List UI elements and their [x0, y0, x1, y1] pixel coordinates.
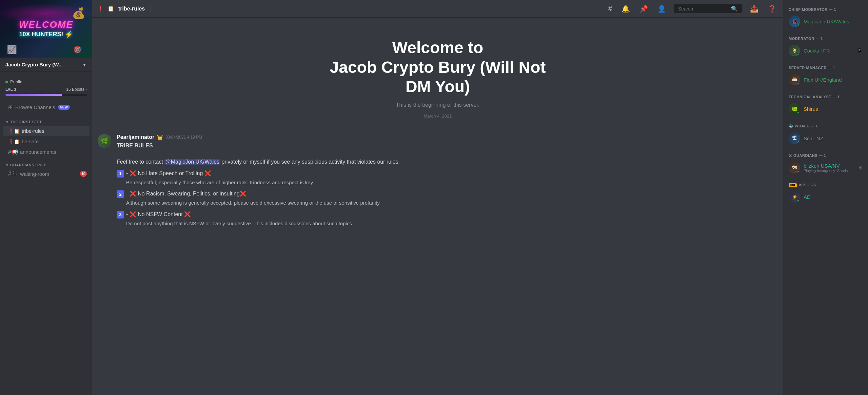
tribe-rules-title: TRIBE RULES [117, 143, 153, 148]
boost-bar: LVL 3 15 Boosts › [0, 84, 92, 100]
member-scul[interactable]: 🏝 ScuL NZ [786, 130, 865, 146]
member-avatar: 🐸 [789, 103, 800, 115]
voice-channel-icon: # 🛡 [8, 171, 18, 177]
online-status-dot [797, 170, 800, 173]
boosts-label[interactable]: 15 Boosts › [66, 87, 87, 92]
member-magicjon[interactable]: 🎩 MagicJon UK/Wales [786, 14, 865, 29]
role-header-server-manager: SERVER MANAGER — 1 [786, 64, 865, 72]
channel-tribe-rules[interactable]: ❗📋 tribe-rules 👤+ [3, 126, 90, 136]
rule-desc-3: Do not post anything that is NSFW or ove… [126, 220, 778, 228]
progress-fill [5, 94, 62, 96]
member-blizken[interactable]: 🗺 blizken USA/NV Playing Insurgency: San… [786, 160, 865, 175]
member-info: AE [804, 194, 863, 200]
main-content: ❗ 📋 tribe-rules # 🔔 📌 👤 Search 🔍 📥 ❓ Wel… [92, 0, 783, 395]
device-icon: 📱 [857, 48, 863, 53]
online-status-dot [797, 199, 800, 203]
notifications-button[interactable]: 🔔 [620, 3, 631, 14]
online-status-dot [797, 141, 800, 144]
member-avatar: 🏝 [789, 132, 800, 144]
mention-magicjon[interactable]: @MagicJon UK/Wales [164, 159, 220, 165]
message-group: 🌿 Pearljaminator 👑 03/04/2021 4:19 PM TR… [98, 129, 778, 232]
member-info: MagicJon UK/Wales [804, 19, 863, 24]
role-section-guardians: ⚔ GUARDIANS — 1 🗺 blizken USA/NV Playing… [786, 151, 865, 175]
member-info: blizken USA/NV Playing Insurgency: Sands… [804, 163, 854, 173]
channel-name: waiting-room [20, 171, 78, 177]
role-header-whale: 🐳 WHALE — 1 [786, 122, 865, 130]
channel-name: be-safe [22, 139, 87, 144]
rule-number-1: 1 [117, 170, 124, 178]
member-shirus[interactable]: 🐸 Shirus [786, 101, 865, 117]
server-banner: WELCOME 10X HUNTERS! ⚡ 💰 📈 🎯 [0, 0, 92, 58]
online-status-dot [797, 111, 800, 115]
members-sidebar: CHIEF MODERATOR — 1 🎩 MagicJon UK/Wales … [783, 0, 868, 395]
rule-text-2: - ❌ No Racism, Swearing, Politics, or In… [126, 190, 246, 198]
rule-text-3: - ❌ No NSFW Content ❌ [126, 210, 191, 219]
channel-icon: ❗ [98, 6, 103, 12]
channel-be-safe[interactable]: ❗📋 be-safe [3, 137, 90, 146]
online-status-dot [797, 53, 800, 56]
member-avatar: 🏔 [789, 74, 800, 85]
member-name: AE [804, 194, 863, 200]
unread-badge: 10 [80, 171, 87, 177]
topbar-channel-name: tribe-rules [118, 6, 145, 12]
topbar-actions: # 🔔 📌 👤 Search 🔍 📥 ❓ [607, 3, 778, 14]
role-section-server-manager: SERVER MANAGER — 1 🏔 Flex UK/England [786, 64, 865, 87]
online-status-dot [797, 24, 800, 27]
category-first-step[interactable]: ▼ THE FIRST STEP [0, 115, 92, 125]
category-name: GUARDIANS ONLY [10, 163, 87, 167]
public-badge-row: Public [0, 75, 92, 84]
rule-number-2: 2 [117, 190, 124, 198]
member-avatar: 🍹 [789, 45, 800, 56]
role-section-mod: MODERATOR — 1 🍹 Cocktail FR 📱 [786, 35, 865, 58]
member-ae[interactable]: ⚡ AE [786, 189, 865, 205]
member-cocktail[interactable]: 🍹 Cocktail FR 📱 [786, 43, 865, 58]
channel-emoji-icon: 📋 [107, 5, 114, 12]
member-name: Cocktail FR [804, 48, 853, 54]
inbox-button[interactable]: 📥 [749, 3, 760, 14]
member-activity: Playing Insurgency: Sands... [804, 169, 854, 173]
rules-channel-icon: ❗📋 [8, 128, 20, 134]
chevron-down-icon: ▼ [82, 62, 87, 67]
channel-name: tribe-rules [22, 128, 75, 134]
message-author: Pearljaminator [117, 134, 154, 140]
search-placeholder: Search [678, 6, 728, 12]
search-box[interactable]: Search 🔍 [674, 4, 742, 13]
pin-button[interactable]: 📌 [638, 3, 649, 14]
search-icon: 🔍 [731, 5, 738, 12]
role-header-vip: VIP VIP — 26 [786, 181, 865, 189]
level-label: LVL 3 [5, 87, 16, 92]
help-button[interactable]: ❓ [767, 3, 778, 14]
channel-name: announcements [20, 149, 75, 155]
intro-title: Welcome to Jacob Crypto Bury (Will Not D… [330, 38, 546, 97]
member-info: Cocktail FR [804, 48, 853, 54]
role-header-technical-analyst: TECHNICAL ANALYST — 1 [786, 93, 865, 101]
members-button[interactable]: 👤 [656, 3, 667, 14]
crown-icon: 👑 [157, 134, 163, 140]
messages-area[interactable]: Welcome to Jacob Crypto Bury (Will Not D… [92, 18, 783, 395]
online-status-dot [797, 82, 800, 85]
public-label: Public [10, 79, 22, 84]
browse-channels-button[interactable]: ⊞ Browse Channels NEW [3, 101, 90, 113]
member-avatar: 🗺 [789, 162, 800, 173]
threads-button[interactable]: # [607, 3, 613, 14]
message-avatar: 🌿 [98, 134, 111, 148]
role-header-chief-mod: CHIEF MODERATOR — 1 [786, 5, 865, 14]
channel-waiting-room[interactable]: # 🛡 waiting-room 10 [3, 169, 90, 179]
banner-dollar-icon: 💰 [72, 7, 85, 20]
new-badge: NEW [58, 105, 70, 110]
category-guardians-only[interactable]: ▼ GUARDIANS ONLY [0, 158, 92, 168]
server-header[interactable]: WELCOME 10X HUNTERS! ⚡ 💰 📈 🎯 Jacob Crypt… [0, 0, 92, 75]
channel-announcements[interactable]: #📢 announcements 👤+ [3, 147, 90, 157]
category-chevron-icon: ▼ [5, 120, 9, 124]
member-avatar: ⚡ [789, 191, 800, 203]
member-avatar: 🎩 [789, 16, 800, 27]
member-name: MagicJon UK/Wales [804, 19, 863, 24]
message-content: Pearljaminator 👑 03/04/2021 4:19 PM TRIB… [117, 134, 778, 230]
rule-desc-1: Be respectful, especially those who are … [126, 179, 778, 187]
category-name: THE FIRST STEP [10, 120, 87, 124]
intro-subtitle: This is the beginning of this server. [396, 102, 479, 108]
server-name-bar[interactable]: Jacob Crypto Bury (W... ▼ [0, 58, 92, 72]
member-info: Shirus [804, 106, 863, 112]
member-info: Flex UK/England [804, 77, 863, 83]
member-flex[interactable]: 🏔 Flex UK/England [786, 72, 865, 87]
